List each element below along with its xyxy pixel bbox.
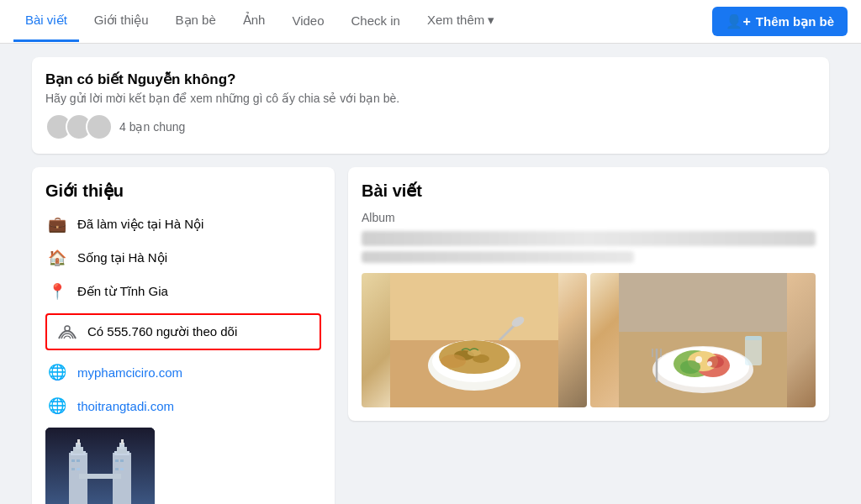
blurred-bar-1	[362, 231, 816, 246]
tab-xem-them[interactable]: Xem thêm ▾	[415, 1, 507, 42]
left-column: Giới thiệu 💼 Đã làm việc tại Hà Nội 🏠 Số…	[32, 167, 335, 504]
know-person-card: Bạn có biết Nguyễn không? Hãy gửi lời mờ…	[32, 57, 829, 154]
photo-thumb-inner	[45, 428, 155, 504]
svg-rect-53	[745, 336, 762, 340]
mutual-count: 4 bạn chung	[119, 120, 185, 134]
followers-highlight-box: Có 555.760 người theo dõi	[45, 313, 321, 350]
live-text: Sống tại Hà Nội	[77, 250, 167, 265]
from-text: Đến từ Tĩnh Gia	[77, 284, 168, 299]
svg-rect-18	[115, 459, 119, 462]
food-photos-row	[362, 273, 816, 407]
blurred-bar-2	[362, 251, 634, 263]
followers-text: Có 555.760 người theo dõi	[87, 324, 237, 339]
svg-rect-37	[619, 273, 787, 332]
from-info-item: 📍 Đến từ Tĩnh Gia	[45, 280, 321, 303]
mutual-friends-row: 4 bạn chung	[45, 113, 816, 140]
tab-check-in[interactable]: Check in	[340, 2, 412, 42]
svg-rect-2	[45, 428, 155, 504]
photo-thumbnail[interactable]	[45, 428, 155, 504]
svg-rect-15	[77, 459, 80, 462]
intro-title: Giới thiệu	[45, 181, 321, 201]
website1-info-item: 🌐 myphamciciro.com	[45, 360, 321, 384]
tab-gioi-thieu[interactable]: Giới thiệu	[82, 1, 161, 42]
svg-point-47	[707, 361, 712, 366]
svg-rect-12	[121, 439, 124, 444]
work-text: Đã làm việc tại Hà Nội	[77, 217, 203, 232]
tab-video[interactable]: Video	[280, 2, 335, 42]
svg-rect-14	[71, 459, 75, 462]
globe-icon-2: 🌐	[45, 394, 69, 417]
nav-tabs-container: Bài viết Giới thiệu Bạn bè Ảnh Video Che…	[13, 1, 712, 42]
main-content: Bạn có biết Nguyễn không? Hãy gửi lời mờ…	[18, 44, 843, 504]
website1-link[interactable]: myphamciciro.com	[77, 365, 182, 380]
avatar	[86, 113, 113, 140]
svg-rect-20	[115, 468, 119, 470]
svg-rect-52	[745, 336, 762, 365]
svg-point-46	[695, 356, 702, 363]
home-icon: 🏠	[45, 246, 69, 270]
website2-link[interactable]: thoitrangtadi.com	[77, 399, 174, 413]
svg-rect-13	[79, 474, 121, 479]
album-label: Album	[362, 211, 816, 224]
add-person-icon: 👤+	[726, 13, 750, 29]
globe-icon-1: 🌐	[45, 360, 69, 384]
two-col-layout: Giới thiệu 💼 Đã làm việc tại Hà Nội 🏠 Số…	[32, 167, 829, 504]
followers-icon	[55, 320, 79, 344]
live-info-item: 🏠 Sống tại Hà Nội	[45, 246, 321, 270]
website2-info-item: 🌐 thoitrangtadi.com	[45, 394, 321, 417]
svg-rect-19	[120, 459, 124, 462]
add-friend-button[interactable]: 👤+ Thêm bạn bè	[712, 7, 848, 36]
location-icon: 📍	[45, 280, 69, 303]
svg-point-33	[441, 354, 466, 368]
know-subtitle: Hãy gửi lời mời kết bạn để xem những gì …	[45, 92, 816, 105]
food-photo-1[interactable]	[362, 273, 587, 407]
work-info-item: 💼 Đã làm việc tại Hà Nội	[45, 213, 321, 236]
tab-bai-viet[interactable]: Bài viết	[13, 1, 79, 42]
svg-rect-16	[71, 468, 75, 470]
svg-rect-21	[120, 468, 124, 470]
avatar-stack	[45, 113, 113, 140]
posts-title: Bài viết	[362, 181, 816, 201]
tab-anh[interactable]: Ảnh	[231, 1, 277, 42]
intro-card: Giới thiệu 💼 Đã làm việc tại Hà Nội 🏠 Số…	[32, 167, 335, 504]
work-icon: 💼	[45, 213, 69, 236]
right-column: Bài viết Album	[348, 167, 829, 421]
food-photo-2[interactable]	[590, 273, 816, 407]
svg-rect-7	[77, 439, 80, 444]
know-title: Bạn có biết Nguyễn không?	[45, 71, 816, 88]
svg-rect-17	[77, 468, 80, 470]
top-navigation: Bài viết Giới thiệu Bạn bè Ảnh Video Che…	[0, 0, 861, 44]
posts-card: Bài viết Album	[348, 167, 829, 421]
tab-ban-be[interactable]: Bạn bè	[164, 1, 228, 42]
